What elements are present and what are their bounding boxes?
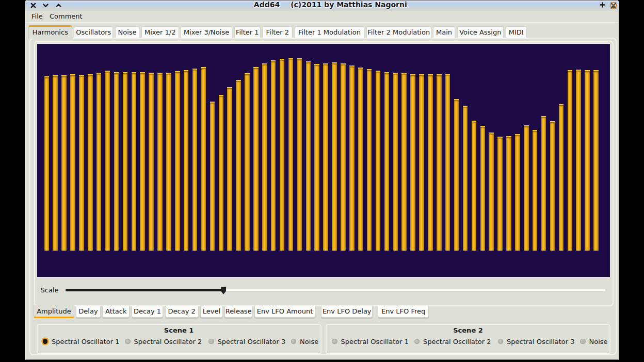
tab-filter-2[interactable]: Filter 2 <box>262 26 293 38</box>
tab-noise[interactable]: Noise <box>115 26 140 38</box>
harmonic-bar-34[interactable] <box>332 62 337 251</box>
tab-mixer-3-noise[interactable]: Mixer 3/Noise <box>181 26 232 38</box>
harmonic-bar-24[interactable] <box>245 73 250 251</box>
harmonic-bar-37[interactable] <box>358 68 363 251</box>
radio-selected-icon[interactable] <box>43 339 47 343</box>
harmonic-bar-44[interactable] <box>419 74 424 251</box>
radio-scene1-noise[interactable]: Noise <box>291 338 319 345</box>
tab-env-lfo-amount[interactable]: Env LFO Amount <box>254 306 316 318</box>
radio-icon[interactable] <box>291 339 297 344</box>
harmonic-bar-16[interactable] <box>175 71 180 251</box>
harmonic-bar-30[interactable] <box>297 58 302 251</box>
harmonic-bar-11[interactable] <box>132 72 137 251</box>
titlebar[interactable]: Add64(c)2011 by Matthias Nagorni <box>25 0 619 11</box>
harmonic-bar-21[interactable] <box>219 95 224 251</box>
harmonic-bar-64[interactable] <box>593 70 599 251</box>
tab-filter-1[interactable]: Filter 1 <box>234 26 261 38</box>
tab-delay[interactable]: Delay <box>76 306 100 318</box>
tab-harmonics[interactable]: Harmonics <box>28 25 72 39</box>
harmonic-bar-1[interactable] <box>44 76 50 251</box>
harmonic-bar-43[interactable] <box>410 74 415 251</box>
harmonic-bar-59[interactable] <box>550 121 555 251</box>
harmonic-bar-9[interactable] <box>114 72 119 251</box>
harmonic-bar-40[interactable] <box>384 72 390 251</box>
minimize-icon[interactable] <box>42 2 49 9</box>
radio-scene1-spectral-oscillator-2[interactable]: Spectral Oscillator 2 <box>125 338 202 345</box>
harmonic-bar-56[interactable] <box>524 125 529 251</box>
radio-icon[interactable] <box>332 339 337 344</box>
harmonic-bar-12[interactable] <box>140 72 145 251</box>
harmonic-bar-52[interactable] <box>489 133 494 251</box>
harmonic-bar-57[interactable] <box>533 130 538 251</box>
menu-comment[interactable]: Comment <box>50 11 83 22</box>
harmonic-bar-54[interactable] <box>506 136 511 251</box>
tab-main[interactable]: Main <box>433 26 455 38</box>
harmonic-bar-22[interactable] <box>227 87 232 251</box>
tab-release[interactable]: Release <box>224 306 252 318</box>
harmonic-bar-8[interactable] <box>105 71 110 251</box>
radio-icon[interactable] <box>580 339 586 344</box>
harmonic-bar-3[interactable] <box>61 75 67 251</box>
harmonic-bar-35[interactable] <box>341 63 346 251</box>
tab-env-lfo-freq[interactable]: Env LFO Freq <box>378 306 429 318</box>
harmonic-bar-20[interactable] <box>210 102 215 251</box>
harmonic-bar-47[interactable] <box>445 74 450 251</box>
tab-midi[interactable]: MIDI <box>506 26 527 38</box>
harmonic-bar-49[interactable] <box>463 106 468 251</box>
close-icon[interactable] <box>30 2 37 9</box>
tab-decay-2[interactable]: Decay 2 <box>165 306 199 318</box>
harmonic-bar-26[interactable] <box>262 63 267 251</box>
app-icon[interactable] <box>609 2 616 8</box>
harmonic-bar-53[interactable] <box>497 137 503 251</box>
harmonic-bar-46[interactable] <box>437 74 442 251</box>
tab-voice-assign[interactable]: Voice Assign <box>457 26 504 38</box>
harmonic-bar-55[interactable] <box>515 134 520 251</box>
harmonic-bar-39[interactable] <box>376 71 381 251</box>
radio-scene2-spectral-oscillator-2[interactable]: Spectral Oscillator 2 <box>414 338 491 345</box>
harmonic-bar-41[interactable] <box>393 73 398 251</box>
tab-decay-1[interactable]: Decay 1 <box>132 306 163 318</box>
radio-icon[interactable] <box>498 339 504 344</box>
harmonic-bar-23[interactable] <box>236 80 241 251</box>
tab-filter-2-modulation[interactable]: Filter 2 Modulation <box>366 26 431 38</box>
tab-mixer-1-2[interactable]: Mixer 1/2 <box>141 26 179 38</box>
menu-file[interactable]: File <box>31 11 43 22</box>
harmonic-bar-6[interactable] <box>88 74 93 251</box>
harmonic-bar-25[interactable] <box>253 67 259 251</box>
harmonic-bar-38[interactable] <box>367 69 372 251</box>
harmonic-bar-10[interactable] <box>123 72 128 251</box>
harmonic-bar-36[interactable] <box>349 65 355 251</box>
harmonic-bar-42[interactable] <box>401 73 407 251</box>
harmonic-bar-14[interactable] <box>157 73 163 251</box>
harmonic-bar-63[interactable] <box>585 70 590 251</box>
harmonic-bar-27[interactable] <box>271 60 276 251</box>
maximize-icon[interactable] <box>55 2 62 9</box>
plus-icon[interactable] <box>600 2 606 9</box>
harmonic-bar-7[interactable] <box>96 73 102 251</box>
harmonic-bar-28[interactable] <box>280 59 285 251</box>
radio-icon[interactable] <box>414 339 420 344</box>
tab-env-lfo-delay[interactable]: Env LFO Delay <box>321 306 373 318</box>
radio-scene1-spectral-oscillator-3[interactable]: Spectral Oscillator 3 <box>208 338 285 345</box>
radio-scene2-spectral-oscillator-1[interactable]: Spectral Oscillator 1 <box>332 338 409 345</box>
harmonic-bar-51[interactable] <box>480 126 486 251</box>
harmonic-bar-13[interactable] <box>149 73 154 251</box>
harmonic-bar-29[interactable] <box>288 58 294 251</box>
tab-amplitude[interactable]: Amplitude <box>34 305 74 318</box>
harmonic-bar-60[interactable] <box>559 104 564 251</box>
harmonic-bar-15[interactable] <box>166 73 171 251</box>
harmonic-bar-58[interactable] <box>541 116 546 251</box>
harmonic-bar-4[interactable] <box>70 74 75 251</box>
harmonic-bar-31[interactable] <box>306 61 311 251</box>
radio-scene2-spectral-oscillator-3[interactable]: Spectral Oscillator 3 <box>498 338 575 345</box>
harmonics-plot[interactable] <box>37 43 610 277</box>
harmonic-bar-62[interactable] <box>576 70 581 251</box>
harmonic-bar-33[interactable] <box>323 63 328 251</box>
harmonic-bar-5[interactable] <box>79 75 84 251</box>
radio-icon[interactable] <box>125 339 131 344</box>
harmonic-bar-32[interactable] <box>314 64 319 251</box>
tab-oscillators[interactable]: Oscillators <box>74 26 113 38</box>
harmonic-bar-50[interactable] <box>472 121 477 251</box>
harmonic-bar-17[interactable] <box>184 70 189 251</box>
radio-scene1-spectral-oscillator-1[interactable]: Spectral Oscillator 1 <box>43 338 120 345</box>
